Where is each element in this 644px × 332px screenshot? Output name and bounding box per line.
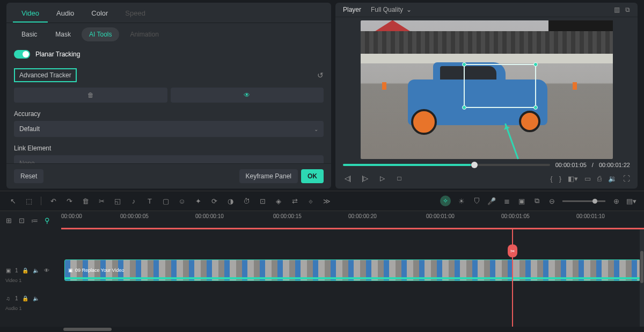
text-icon[interactable]: T bbox=[145, 197, 154, 205]
shape-icon[interactable]: ▢ bbox=[162, 197, 170, 205]
scissors-icon[interactable]: ✂ bbox=[97, 197, 106, 205]
lock-icon[interactable]: 🔒 bbox=[21, 266, 29, 274]
tracking-handle[interactable] bbox=[462, 105, 466, 110]
delete-tracker-button[interactable]: 🗑 bbox=[14, 88, 167, 103]
redo-icon[interactable]: ↷ bbox=[65, 197, 74, 205]
track-icon[interactable]: ⊡ bbox=[258, 197, 267, 205]
subtab-basic[interactable]: Basic bbox=[14, 27, 45, 41]
marker-dropdown-icon[interactable]: ◧▾ bbox=[568, 175, 578, 183]
clip-audio-waveform bbox=[65, 277, 640, 279]
keyframe-panel-button[interactable]: Keyframe Panel bbox=[239, 169, 298, 183]
ruler-tick: 00:00:01:10 bbox=[576, 213, 605, 219]
timeline-options-icon[interactable]: ▤▾ bbox=[627, 197, 635, 205]
subtab-animation: Animation bbox=[122, 27, 166, 41]
volume-icon[interactable]: 🔉 bbox=[608, 175, 617, 183]
mark-out-icon[interactable]: } bbox=[559, 175, 561, 183]
magnet-icon[interactable]: ⚲ bbox=[43, 216, 52, 225]
compare-icon[interactable]: ▥ bbox=[614, 6, 620, 13]
planar-tracking-toggle[interactable] bbox=[14, 50, 30, 59]
mic-icon[interactable]: 🎤 bbox=[487, 197, 496, 205]
stop-button[interactable]: □ bbox=[394, 174, 404, 183]
zoom-in-icon[interactable]: ⊕ bbox=[612, 197, 620, 205]
tab-color[interactable]: Color bbox=[83, 5, 116, 23]
enhance-icon[interactable]: ☀ bbox=[457, 197, 466, 205]
keyframe-icon[interactable]: ⟐ bbox=[306, 197, 315, 205]
subtab-ai-tools[interactable]: AI Tools bbox=[82, 27, 119, 41]
eye-icon[interactable]: 👁 bbox=[43, 266, 50, 274]
track-content[interactable]: ✂ ▣ 09 Replace Your Video bbox=[61, 229, 644, 327]
color-icon[interactable]: ◈ bbox=[274, 197, 283, 205]
scrollbar-thumb[interactable] bbox=[640, 251, 643, 283]
clip-label: 09 Replace Your Video bbox=[75, 268, 124, 273]
pip-icon[interactable]: ⧉ bbox=[532, 197, 541, 205]
scene-wheel bbox=[411, 109, 437, 135]
ruler-tick: 00:00:00:10 bbox=[195, 213, 224, 219]
crop-icon[interactable]: ◱ bbox=[113, 197, 122, 205]
delete-icon[interactable]: 🗑 bbox=[81, 197, 90, 205]
video-preview[interactable] bbox=[361, 20, 613, 159]
mark-in-icon[interactable]: { bbox=[550, 175, 552, 183]
adjust-icon[interactable]: ⇄ bbox=[290, 197, 299, 205]
music-icon[interactable]: ♪ bbox=[129, 197, 138, 205]
more-icon[interactable]: ≫ bbox=[323, 197, 331, 205]
next-frame-button[interactable]: |▷ bbox=[360, 174, 370, 183]
time-ruler[interactable]: 00:00:00 00:00:00:05 00:00:00:10 00:00:0… bbox=[61, 211, 644, 229]
track-manage-icon[interactable]: ≔ bbox=[30, 216, 39, 225]
display-icon[interactable]: ▭ bbox=[584, 175, 591, 183]
mute-icon[interactable]: 🔈 bbox=[32, 266, 40, 274]
ai-icon[interactable]: ✧ bbox=[440, 196, 451, 206]
subtab-mask[interactable]: Mask bbox=[48, 27, 78, 41]
pointer-icon[interactable]: ↖ bbox=[9, 197, 17, 205]
prev-frame-button[interactable]: ◁| bbox=[343, 174, 353, 183]
reset-button[interactable]: Reset bbox=[14, 169, 43, 183]
accuracy-select[interactable]: Default ⌄ bbox=[14, 121, 324, 137]
shield-icon[interactable]: ⛉ bbox=[472, 197, 481, 205]
snapshot-icon[interactable]: ⧉ bbox=[625, 6, 630, 13]
scrubber[interactable] bbox=[343, 164, 550, 166]
track-add-icon[interactable]: ⊞ bbox=[4, 216, 13, 225]
zoom-out-icon[interactable]: ⊖ bbox=[547, 197, 556, 205]
sticker-icon[interactable]: ☺ bbox=[178, 197, 186, 205]
reset-tracker-icon[interactable]: ↺ bbox=[317, 71, 324, 80]
ok-button[interactable]: OK bbox=[301, 169, 324, 183]
undo-icon[interactable]: ↶ bbox=[49, 197, 57, 205]
ruler-tick: 00:00:00:05 bbox=[120, 213, 149, 219]
inspector-tabs: Video Audio Color Speed bbox=[6, 3, 331, 23]
playhead-marker-icon[interactable]: ✂ bbox=[508, 244, 517, 257]
playhead[interactable]: ✂ bbox=[512, 229, 513, 327]
transition-icon[interactable]: ⟳ bbox=[210, 197, 218, 205]
tracking-handle[interactable] bbox=[533, 62, 538, 67]
advanced-tracker-field[interactable]: Advanced Tracker bbox=[14, 68, 77, 82]
zoom-slider[interactable] bbox=[562, 200, 605, 202]
quality-select[interactable]: Full Quality ⌄ bbox=[371, 6, 412, 13]
video-clip[interactable]: ▣ 09 Replace Your Video bbox=[64, 259, 641, 281]
ruler-tick: 00:00:00 bbox=[61, 213, 82, 219]
render-icon[interactable]: ▣ bbox=[517, 197, 526, 205]
tab-video[interactable]: Video bbox=[13, 5, 48, 23]
speed-icon[interactable]: ⏱ bbox=[242, 197, 251, 205]
audio-tool-icon[interactable]: ≣ bbox=[502, 197, 511, 205]
preview-tracker-button[interactable]: 👁 bbox=[171, 88, 324, 103]
camera-icon[interactable]: ⎙ bbox=[597, 175, 602, 183]
tracking-box[interactable] bbox=[464, 64, 536, 108]
eye-icon: 👁 bbox=[244, 91, 250, 99]
effect-icon[interactable]: ✦ bbox=[194, 197, 202, 205]
horizontal-scrollbar[interactable] bbox=[0, 327, 644, 332]
vertical-scrollbar[interactable] bbox=[640, 229, 644, 327]
mute-icon[interactable]: 🔈 bbox=[32, 294, 40, 302]
select-icon[interactable]: ⬚ bbox=[25, 197, 33, 205]
play-button[interactable]: ▷ bbox=[377, 174, 387, 183]
zoom-knob[interactable] bbox=[592, 199, 597, 204]
lock-icon[interactable]: 🔒 bbox=[21, 294, 29, 302]
tab-audio[interactable]: Audio bbox=[48, 5, 83, 23]
time-separator: / bbox=[592, 162, 594, 168]
link-element-select[interactable]: None ⌄ bbox=[14, 155, 324, 163]
fullscreen-icon[interactable]: ⛶ bbox=[623, 175, 630, 183]
player-panel: Player Full Quality ⌄ ▥ ⧉ bbox=[335, 3, 638, 189]
tracking-handle[interactable] bbox=[462, 62, 466, 67]
scrollbar-thumb[interactable] bbox=[63, 328, 112, 331]
scrubber-knob[interactable] bbox=[471, 162, 478, 168]
tracking-handle[interactable] bbox=[533, 105, 538, 110]
mask-icon[interactable]: ◑ bbox=[226, 197, 235, 205]
track-link-icon[interactable]: ⊡ bbox=[17, 216, 26, 225]
